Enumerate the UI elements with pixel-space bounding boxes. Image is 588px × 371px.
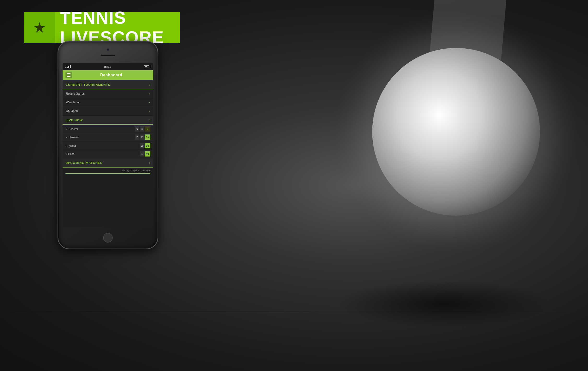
hamburger-line-1 <box>67 73 71 74</box>
player-haas: T. Haas <box>65 152 140 155</box>
player-djokovic: N. Djokovic <box>65 136 135 139</box>
match-row-federer: R. Federer 6 4 0 <box>63 125 153 133</box>
upcoming-arrow: › <box>149 161 150 165</box>
upcoming-date: Monday 22 april 2013 at 3 pm <box>63 167 153 173</box>
us-open-arrow: › <box>149 110 150 113</box>
scores-haas: 1 40 <box>140 151 150 156</box>
hamburger-line-3 <box>67 76 71 77</box>
star-icon: ★ <box>33 19 46 36</box>
star-box: ★ <box>24 12 55 43</box>
federer-set2: 4 <box>140 126 144 132</box>
battery-tip <box>150 66 150 67</box>
signal-bar-2 <box>67 67 68 68</box>
djokovic-current: 15 <box>145 134 150 140</box>
phone-speaker <box>101 55 115 56</box>
hamburger-button[interactable] <box>65 72 72 78</box>
signal-bar-3 <box>68 66 69 68</box>
hamburger-line-2 <box>67 75 71 75</box>
battery-fill <box>145 66 147 67</box>
match-row-djokovic: N. Djokovic 2 2 15 <box>63 133 153 141</box>
wimbledon-arrow: › <box>149 101 150 104</box>
current-tournaments-arrow: › <box>149 83 150 86</box>
ball-shadow <box>336 280 552 328</box>
upcoming-date-text: Monday 22 april 2013 at 3 pm <box>122 169 150 172</box>
signal-indicator <box>65 65 71 68</box>
upcoming-section: UPCOMING MATCHES › Monday 22 april 2013 … <box>63 158 153 174</box>
phone: 16:12 Dashboard <box>58 41 158 249</box>
tennis-ball <box>372 48 540 216</box>
phone-home-button[interactable] <box>103 233 113 243</box>
nav-bar: Dashboard <box>63 70 153 80</box>
nadal-current: 30 <box>145 143 150 148</box>
tournament-name-wimbledon: Wimbledon <box>66 101 80 104</box>
floor-line <box>0 311 588 311</box>
player-federer: R. Federer <box>65 127 135 130</box>
battery-body <box>144 65 149 68</box>
nadal-set1: 2 <box>140 143 144 148</box>
live-now-header[interactable]: LIVE NOW › <box>63 116 153 125</box>
roland-garros-arrow: › <box>149 92 150 95</box>
live-now-section: LIVE NOW › R. Federer 6 4 0 <box>63 116 153 158</box>
battery-indicator <box>144 65 150 68</box>
nav-title: Dashboard <box>72 73 150 77</box>
status-bar: 16:12 <box>63 63 153 70</box>
federer-set1: 6 <box>135 126 139 132</box>
signal-bar-1 <box>65 67 66 68</box>
live-now-arrow: › <box>149 118 150 122</box>
tournament-wimbledon[interactable]: Wimbledon › <box>63 98 153 107</box>
screen-content: CURRENT TOURNAMENTS › Roland Garros › Wi… <box>63 80 153 174</box>
player-nadal: R. Nadal <box>65 144 140 147</box>
tournament-us-open[interactable]: US Open › <box>63 107 153 115</box>
match-federer-djokovic[interactable]: R. Federer 6 4 0 N. Djokovic 2 2 <box>63 125 153 141</box>
federer-current: 0 <box>145 126 150 132</box>
signal-bar-4 <box>70 65 71 68</box>
current-tournaments-label: CURRENT TOURNAMENTS <box>65 83 110 86</box>
tournament-name-us-open: US Open <box>66 109 78 113</box>
scores-djokovic: 2 2 15 <box>135 134 150 140</box>
match-row-nadal: R. Nadal 2 30 <box>63 142 153 150</box>
live-now-label: LIVE NOW <box>65 118 83 122</box>
upcoming-bar <box>65 173 150 174</box>
scores-nadal: 2 30 <box>140 143 150 148</box>
upcoming-label: UPCOMING MATCHES <box>65 161 102 165</box>
phone-shell: 16:12 Dashboard <box>58 41 158 249</box>
phone-screen: 16:12 Dashboard <box>63 63 153 227</box>
haas-set1: 1 <box>140 151 144 156</box>
tournament-name-roland-garros: Roland Garros <box>66 92 85 95</box>
match-row-haas: T. Haas 1 40 <box>63 150 153 158</box>
status-time: 16:12 <box>103 65 111 69</box>
phone-camera <box>106 48 109 51</box>
match-nadal-haas[interactable]: R. Nadal 2 30 T. Haas 1 40 <box>63 142 153 158</box>
djokovic-set1: 2 <box>135 134 139 140</box>
tournament-roland-garros[interactable]: Roland Garros › <box>63 89 153 98</box>
app-header: ★ TENNIS LIVESCORE <box>24 12 180 43</box>
scores-federer: 6 4 0 <box>135 126 150 132</box>
djokovic-set2: 2 <box>140 134 144 140</box>
current-tournaments-header[interactable]: CURRENT TOURNAMENTS › <box>63 80 153 89</box>
haas-current: 40 <box>145 151 150 156</box>
upcoming-header[interactable]: UPCOMING MATCHES › <box>63 158 153 167</box>
